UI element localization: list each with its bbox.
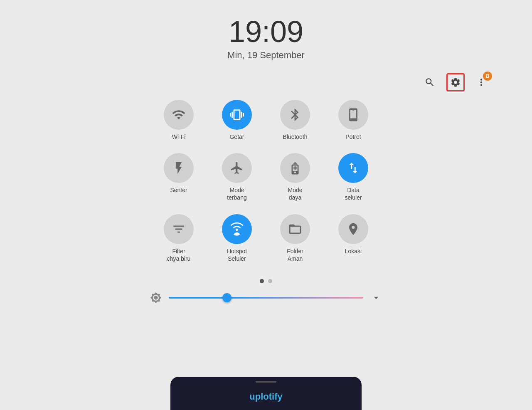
search-button[interactable] [421, 73, 439, 91]
tile-icon-potret [338, 100, 368, 130]
pagination-dot-1 [260, 279, 264, 283]
tile-label-mode-daya: Mode daya [288, 186, 302, 201]
date-display: Min, 19 September [227, 50, 305, 61]
quick-settings-panel: 19:09 Min, 19 September B Wi-FiGetarBlue… [0, 0, 532, 410]
tile-folder-aman[interactable]: Folder Aman [272, 214, 318, 262]
tile-label-lokasi: Lokasi [345, 247, 362, 255]
tile-lokasi[interactable]: Lokasi [330, 214, 376, 262]
tile-icon-filter-biru [164, 214, 194, 244]
tile-label-filter-biru: Filter chya biru [167, 247, 191, 262]
tile-potret[interactable]: Potret [330, 100, 376, 141]
tile-icon-getar [222, 100, 252, 130]
tile-icon-senter [164, 153, 194, 183]
tile-wifi[interactable]: Wi-Fi [156, 100, 202, 141]
tile-label-mode-terbang: Mode terbang [227, 186, 246, 201]
pagination-dots [260, 279, 272, 283]
tile-senter[interactable]: Senter [156, 153, 202, 201]
tile-getar[interactable]: Getar [214, 100, 260, 141]
tile-mode-daya[interactable]: Mode daya [272, 153, 318, 201]
tile-icon-folder-aman [280, 214, 310, 244]
tile-label-potret: Potret [345, 133, 361, 141]
tile-icon-data-seluler [338, 153, 368, 183]
tile-label-getar: Getar [229, 133, 244, 141]
tile-icon-wifi [164, 100, 194, 130]
tile-label-folder-aman: Folder Aman [287, 247, 303, 262]
bottom-app-bar: uplotify [170, 377, 362, 410]
more-options-button[interactable]: B [472, 73, 490, 91]
tile-icon-bluetooth [280, 100, 310, 130]
app-bar-handle [256, 381, 276, 383]
tile-icon-mode-daya [280, 153, 310, 183]
tile-label-bluetooth: Bluetooth [283, 133, 307, 141]
tile-bluetooth[interactable]: Bluetooth [272, 100, 318, 141]
settings-icon [450, 77, 461, 88]
app-name-label: uplotify [249, 391, 282, 402]
time-display: 19:09 Min, 19 September [227, 17, 305, 61]
tile-data-seluler[interactable]: Data seluler [330, 153, 376, 201]
brightness-control [150, 291, 382, 304]
tile-hotspot[interactable]: Hotspot Seluler [214, 214, 260, 262]
brightness-expand-button[interactable] [370, 291, 382, 304]
tile-label-senter: Senter [170, 186, 187, 194]
top-icon-row: B [421, 73, 490, 91]
tile-filter-biru[interactable]: Filter chya biru [156, 214, 202, 262]
tile-row-2: Filter chya biruHotspot SelulerFolder Am… [150, 214, 382, 262]
tile-icon-hotspot [222, 214, 252, 244]
notification-badge: B [483, 72, 492, 81]
brightness-slider-track[interactable] [169, 297, 363, 299]
quick-tiles: Wi-FiGetarBluetoothPotretSenterMode terb… [150, 100, 382, 267]
brightness-slider-thumb[interactable] [222, 293, 232, 302]
settings-button[interactable] [446, 73, 465, 91]
tile-label-hotspot: Hotspot Seluler [227, 247, 247, 262]
search-icon [424, 77, 435, 88]
tile-row-0: Wi-FiGetarBluetoothPotret [150, 100, 382, 141]
tile-label-wifi: Wi-Fi [172, 133, 186, 141]
tile-label-data-seluler: Data seluler [345, 186, 362, 201]
tile-icon-mode-terbang [222, 153, 252, 183]
clock: 19:09 [227, 17, 305, 47]
tile-mode-terbang[interactable]: Mode terbang [214, 153, 260, 201]
tile-icon-lokasi [338, 214, 368, 244]
tile-row-1: SenterMode terbangMode dayaData seluler [150, 153, 382, 201]
pagination-dot-2 [268, 279, 272, 283]
brightness-icon [150, 291, 162, 304]
